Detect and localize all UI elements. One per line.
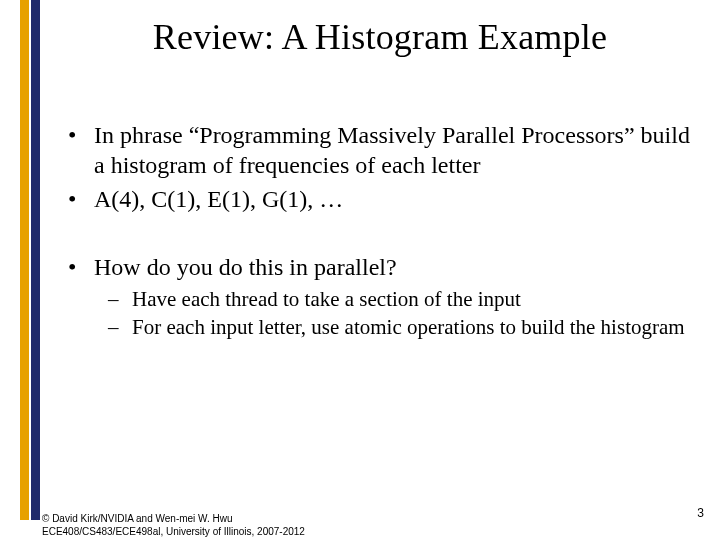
sub-bullet-item: For each input letter, use atomic operat… <box>102 314 690 340</box>
spacer <box>60 218 690 252</box>
sub-bullet-item: Have each thread to take a section of th… <box>102 286 690 312</box>
bullet-item: How do you do this in parallel? Have eac… <box>60 252 690 341</box>
bullet-list: How do you do this in parallel? Have eac… <box>60 252 690 341</box>
slide: Review: A Histogram Example In phrase “P… <box>0 0 720 540</box>
bullet-text: How do you do this in parallel? <box>94 254 397 280</box>
accent-stripe-orange <box>20 0 29 520</box>
page-number: 3 <box>697 506 704 520</box>
slide-title: Review: A Histogram Example <box>60 16 700 58</box>
bullet-item: A(4), C(1), E(1), G(1), … <box>60 184 690 214</box>
bullet-item: In phrase “Programming Massively Paralle… <box>60 120 690 180</box>
accent-stripe-blue <box>31 0 40 520</box>
bullet-list: In phrase “Programming Massively Paralle… <box>60 120 690 214</box>
footer-line: ECE408/CS483/ECE498al, University of Ill… <box>42 526 305 539</box>
footer-copyright: © David Kirk/NVIDIA and Wen-mei W. Hwu E… <box>42 513 305 538</box>
slide-body: In phrase “Programming Massively Paralle… <box>60 120 690 345</box>
footer-line: © David Kirk/NVIDIA and Wen-mei W. Hwu <box>42 513 305 526</box>
sub-bullet-list: Have each thread to take a section of th… <box>94 286 690 341</box>
